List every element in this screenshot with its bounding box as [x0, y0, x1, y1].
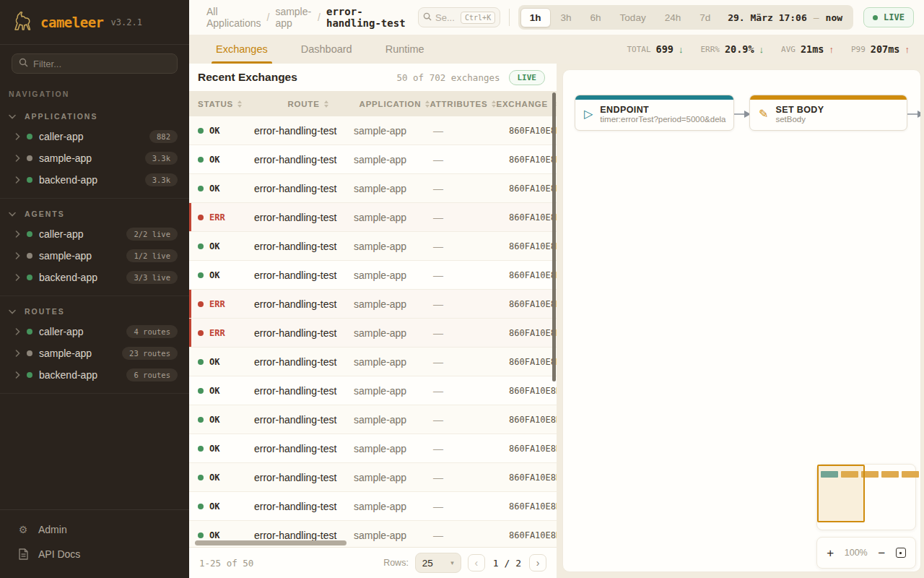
flow-node-endpoint[interactable]: ▷ ENDPOINT timer:errorTest?period=5000&d… — [575, 95, 734, 131]
breadcrumb-current: error-handling-test — [326, 6, 406, 29]
chevron-right-icon[interactable] — [15, 176, 20, 184]
tab[interactable]: Runtime — [384, 35, 426, 64]
time-range-button[interactable]: 1h — [520, 8, 551, 27]
table-row[interactable]: OK error-handling-test sample-app — 860F… — [189, 463, 557, 492]
exchange-id-cell: 860FA10E8D — [509, 530, 557, 540]
breadcrumb-sample-app[interactable]: sample-app — [275, 6, 312, 29]
sidebar-item[interactable]: sample-app 1/2 live — [0, 245, 189, 267]
rows-per-page-select[interactable]: 25 ▾ — [415, 553, 461, 573]
count-badge: 6 routes — [126, 368, 178, 381]
status-cell: OK — [198, 357, 254, 367]
app-logo[interactable]: cameleer v3.2.1 — [0, 0, 189, 45]
table-row[interactable]: OK error-handling-test sample-app — 860F… — [189, 492, 557, 521]
flow-minimap[interactable] — [816, 464, 916, 530]
sidebar-item[interactable]: backend-app 3.3k — [0, 169, 189, 191]
table-live-badge: LIVE — [509, 70, 546, 85]
chevron-down-icon: ▾ — [450, 559, 454, 566]
table-row[interactable]: ERR error-handling-test sample-app — 860… — [189, 319, 557, 348]
table-row[interactable]: OK error-handling-test sample-app — 860F… — [189, 376, 557, 405]
global-search[interactable]: Ctrl+K — [418, 7, 500, 27]
column-header[interactable]: EXCHANGE — [496, 100, 557, 108]
route-cell: error-handling-test — [254, 443, 354, 454]
flow-canvas[interactable]: ▷ ENDPOINT timer:errorTest?period=5000&d… — [562, 69, 921, 572]
fit-view-button[interactable] — [896, 548, 906, 558]
column-header[interactable]: ROUTE — [287, 100, 359, 108]
flow-node-set-body[interactable]: ✎ SET BODY setBody — [749, 95, 907, 131]
sidebar-item[interactable]: caller-app 882 — [0, 126, 189, 147]
sidebar-item[interactable]: caller-app 2/2 live — [0, 223, 189, 245]
time-range-button[interactable]: 6h — [582, 9, 610, 27]
section-header-applications[interactable]: APPLICATIONS — [0, 105, 189, 126]
table-row[interactable]: OK error-handling-test sample-app — 860F… — [189, 174, 557, 203]
search-input[interactable] — [435, 12, 457, 23]
zoom-in-button[interactable]: + — [827, 547, 834, 559]
prev-page-button[interactable]: ‹ — [468, 554, 485, 571]
panel-title: Recent Exchanges — [198, 71, 297, 84]
horizontal-scrollbar[interactable] — [195, 540, 346, 545]
time-range-button[interactable]: Today — [611, 9, 655, 27]
sidebar-item[interactable]: backend-app 6 routes — [0, 364, 189, 386]
table-row[interactable]: ERR error-handling-test sample-app — 860… — [189, 203, 557, 232]
exchange-id-cell: 860FA10E8D — [509, 212, 557, 223]
vertical-scrollbar[interactable] — [552, 92, 556, 381]
sidebar-item-api-docs[interactable]: API Docs — [0, 542, 189, 566]
tab[interactable]: Exchanges — [214, 35, 269, 64]
chevron-right-icon[interactable] — [15, 133, 20, 140]
sidebar-item-label: backend-app — [39, 272, 97, 283]
sidebar-item-admin[interactable]: ⚙ Admin — [0, 517, 189, 542]
table-row[interactable]: OK error-handling-test sample-app — 860F… — [189, 434, 557, 463]
sidebar-item[interactable]: sample-app 23 routes — [0, 342, 189, 364]
chevron-right-icon[interactable] — [15, 252, 20, 259]
chevron-right-icon[interactable] — [15, 155, 20, 162]
sidebar-item[interactable]: backend-app 3/3 live — [0, 267, 189, 288]
zoom-out-button[interactable]: − — [878, 547, 885, 559]
time-range-button[interactable]: 7d — [691, 9, 719, 27]
table-row[interactable]: OK error-handling-test sample-app — 860F… — [189, 261, 557, 290]
chevron-right-icon[interactable] — [15, 230, 20, 238]
chevron-right-icon[interactable] — [15, 350, 20, 357]
section-header-routes[interactable]: ROUTES — [0, 301, 189, 321]
time-range-button[interactable]: 3h — [552, 9, 580, 27]
sidebar-item[interactable]: caller-app 4 routes — [0, 321, 189, 342]
status-dot — [198, 446, 204, 452]
status-dot — [27, 231, 32, 237]
date-separator: — — [814, 12, 819, 23]
chevron-right-icon[interactable] — [15, 274, 20, 281]
column-header[interactable]: STATUS — [198, 100, 287, 108]
minimap-viewport[interactable] — [817, 465, 865, 522]
document-icon — [17, 548, 29, 560]
status-dot — [198, 186, 204, 191]
breadcrumb-all-applications[interactable]: All Applications — [206, 6, 261, 29]
sidebar-item-label: caller-app — [39, 228, 83, 240]
application-cell: sample-app — [354, 125, 433, 137]
table-row[interactable]: OK error-handling-test sample-app — 860F… — [189, 232, 557, 261]
sidebar-item[interactable]: sample-app 3.3k — [0, 147, 189, 169]
date-range-display[interactable]: 29. März 17:06 — now — [719, 12, 851, 23]
table-row[interactable]: ERR error-handling-test sample-app — 860… — [189, 290, 557, 319]
status-dot — [198, 272, 204, 278]
tab[interactable]: Dashboard — [300, 35, 354, 64]
camel-logo-icon — [10, 9, 33, 35]
section-header-agents[interactable]: AGENTS — [0, 203, 189, 223]
count-badge: 23 routes — [122, 347, 178, 360]
topbar: All Applications / sample-app / error-ha… — [189, 0, 924, 35]
status-dot — [27, 134, 32, 139]
live-toggle[interactable]: LIVE — [863, 7, 914, 27]
column-header[interactable]: ATTRIBUTES — [430, 100, 496, 108]
next-page-button[interactable]: › — [529, 554, 546, 571]
status-label: OK — [209, 126, 219, 136]
sidebar-filter[interactable] — [12, 53, 178, 74]
status-label: OK — [209, 530, 219, 540]
chevron-right-icon[interactable] — [15, 371, 20, 379]
table-row[interactable]: OK error-handling-test sample-app — 860F… — [189, 145, 557, 174]
table-row[interactable]: OK error-handling-test sample-app — 860F… — [189, 348, 557, 376]
chevron-right-icon[interactable] — [15, 328, 20, 335]
table-row[interactable]: OK error-handling-test sample-app — 860F… — [189, 116, 557, 145]
table-row[interactable]: OK error-handling-test sample-app — 860F… — [189, 405, 557, 434]
column-header[interactable]: APPLICATION — [359, 100, 430, 108]
count-badge: 2/2 live — [126, 228, 178, 241]
time-range-button[interactable]: 24h — [656, 9, 690, 27]
sidebar-item-label: caller-app — [39, 326, 83, 337]
filter-input[interactable] — [33, 59, 170, 69]
exchange-id-cell: 860FA10E8D — [509, 126, 557, 136]
